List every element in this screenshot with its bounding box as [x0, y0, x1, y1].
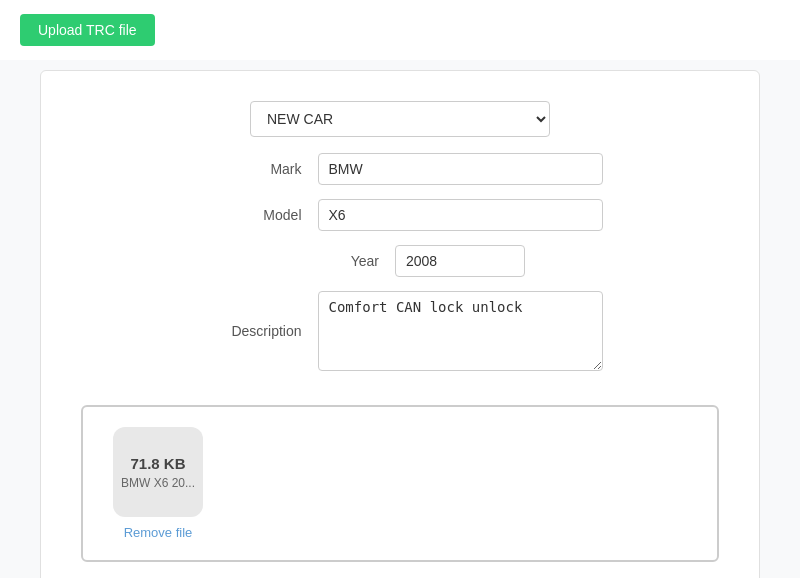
mark-row: Mark — [81, 153, 719, 185]
file-size: 71.8 KB — [130, 455, 185, 472]
year-input[interactable] — [395, 245, 525, 277]
model-row: Model — [81, 199, 719, 231]
description-row: Description — [81, 291, 719, 371]
model-input[interactable] — [318, 199, 603, 231]
car-select-wrapper: NEW CAR — [250, 101, 550, 137]
main-card: NEW CAR Mark Model Year Description 71.8 — [40, 70, 760, 578]
mark-label: Mark — [198, 161, 318, 177]
car-select[interactable]: NEW CAR — [250, 101, 550, 137]
remove-file-link[interactable]: Remove file — [124, 525, 193, 540]
upload-trc-button[interactable]: Upload TRC file — [20, 14, 155, 46]
model-label: Model — [198, 207, 318, 223]
description-textarea[interactable] — [318, 291, 603, 371]
file-icon: 71.8 KB BMW X6 20... — [113, 427, 203, 517]
description-label: Description — [198, 323, 318, 339]
year-label: Year — [275, 253, 395, 269]
file-item: 71.8 KB BMW X6 20... Remove file — [103, 427, 213, 540]
mark-input[interactable] — [318, 153, 603, 185]
form-section: NEW CAR Mark Model Year Description — [81, 101, 719, 385]
year-row: Year — [81, 245, 719, 277]
file-drop-area: 71.8 KB BMW X6 20... Remove file — [81, 405, 719, 562]
top-bar: Upload TRC file — [0, 0, 800, 60]
file-name: BMW X6 20... — [121, 476, 195, 490]
